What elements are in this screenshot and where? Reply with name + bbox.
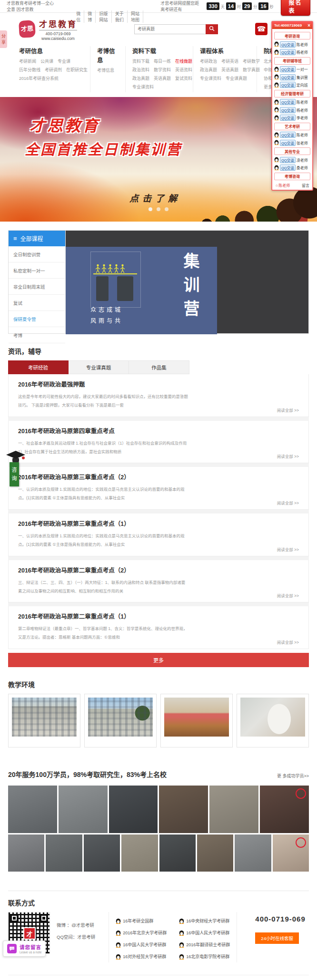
course-menu-item[interactable]: 考博 [9,327,65,343]
qq-chat-button[interactable]: QQ交谈 [280,82,296,88]
student-photo[interactable] [159,786,208,833]
qq-group-link[interactable]: 2016年翻译硕士考研群 [179,941,230,948]
qq-chat-button[interactable]: QQ交谈 [280,107,296,113]
qq-contact-row[interactable]: QQ交谈桑老师 [274,165,310,171]
nav-link[interactable]: 考博信息 [97,67,114,73]
course-menu-item[interactable]: 私密定制一对一 [9,262,65,279]
article-card[interactable]: 2016年考研政治马原第二章重点考点（2） 三、辩证法（二、三、四、五）（一）两… [8,560,309,603]
student-photo[interactable] [121,834,158,872]
env-photo-building1[interactable] [8,694,80,747]
news-tab[interactable]: 专业课真题 [69,360,129,374]
hero-banner[interactable]: 才思教育 全国首推全日制集训营 点击了解 [0,97,317,222]
nav-link[interactable]: 考研数学 [243,58,260,64]
course-menu-item[interactable]: 全日制密训营 [9,246,65,262]
leave-message-button[interactable]: 请您留言 Leave us a note [3,941,46,957]
qq-chat-button[interactable]: QQ交谈 [280,49,296,55]
student-photo[interactable] [59,786,108,833]
qq-contact-row[interactable]: QQ交谈凌老师 [274,156,310,163]
nav-link[interactable]: 政治资料 [132,67,149,73]
student-photo[interactable] [273,834,309,872]
topbar-link[interactable]: 微博 [84,10,96,23]
nav-link[interactable]: 政治真题 [200,67,217,73]
course-menu-item[interactable]: 非全日制周末班 [9,279,65,295]
qq-kaobo-teacher[interactable]: ☆陈老师 [275,183,290,188]
qq-contact-row[interactable]: QQ交谈李老师 [274,115,310,121]
carousel-dot[interactable] [165,207,168,211]
nav-link[interactable]: 每日一练 [154,58,171,64]
carousel-dot[interactable] [157,207,160,211]
student-photo[interactable] [197,834,233,872]
nav-link[interactable]: 公共课 [40,58,53,64]
qq-group-link[interactable]: 16中国人民大学考研群 [116,941,167,948]
leave-word-link[interactable]: 留言 [302,183,309,188]
qq-chat-button[interactable]: QQ交谈 [280,99,296,105]
qq-contact-row[interactable]: QQ交谈陈老师 [274,132,310,138]
online-service-button[interactable]: 24小时在线客服 [255,932,299,944]
qq-contact-row[interactable]: QQ交谈杨老师 [274,107,310,113]
nav-link[interactable]: 在职研究生 [66,67,88,73]
nav-link[interactable]: 专业课真题 [226,75,247,81]
qq-contact-row[interactable]: QQ交谈张老师 [274,139,310,146]
qzone-account[interactable]: QQ空间：才思考研 [57,931,95,943]
student-photo[interactable] [84,834,120,872]
qq-contact-row[interactable]: QQ交谈集训营 [274,74,310,80]
weibo-account[interactable]: 微博 ：@才思考研 [57,920,95,931]
nav-link[interactable]: 英语资料 [175,67,192,73]
qq-group-link[interactable]: 16中央财经大学考研群 [179,918,230,924]
student-photo[interactable] [159,834,196,872]
search-button[interactable] [206,24,218,34]
nav-link-hot[interactable]: 在线做题 [175,58,192,64]
qq-chat-button[interactable]: QQ交谈 [280,115,296,121]
qq-group-link[interactable]: 16年考研全国群 [116,918,167,924]
course-menu-item[interactable]: 保研夏令营 [9,311,65,327]
logo[interactable]: 才思 才思教育 400-0719-069 www.caisiedu.com [19,18,77,41]
student-photo[interactable] [109,786,158,833]
search-input[interactable] [134,24,206,34]
student-photo[interactable] [235,834,271,872]
nav-link[interactable]: 数学真题 [243,67,260,73]
nav-link[interactable]: 考研新闻 [19,58,36,64]
share-tab[interactable]: 分享 [0,30,7,48]
consult-floater[interactable]: 咨 询 [6,451,29,486]
qq-chat-button[interactable]: QQ交谈 [280,157,296,163]
nav-link[interactable]: 资料下载 [132,58,149,64]
nav-link[interactable]: 英语真题 [221,67,238,73]
env-photo-dorm[interactable] [237,694,309,747]
student-photo[interactable] [46,834,82,872]
nav-link[interactable]: 考研英语 [221,58,238,64]
qq-contact-row[interactable]: QQ交谈杨老师 [274,49,310,56]
qq-contact-row[interactable]: QQ交谈陈老师 [274,99,310,106]
qq-contact-row[interactable]: QQ交谈陈老师 [274,41,310,48]
nav-link[interactable]: 复试资料 [175,75,192,81]
qq-group-link[interactable]: 16中国人民大学考研群 [179,930,230,936]
topbar-link[interactable]: 关于我们 [112,10,128,23]
consult-ribbon[interactable]: 咨 询 [10,462,19,486]
qq-chat-button[interactable]: QQ交谈 [280,66,296,72]
carousel-dot[interactable] [149,207,152,211]
topbar-link[interactable]: 旧版网站 [96,10,111,23]
qq-chat-button[interactable]: QQ交谈 [280,74,296,80]
nav-link[interactable]: 考研政治 [200,58,217,64]
article-card[interactable]: 2016年考研政治马原第三章重点考点（2） 一、认识的本质及规律 1.实践观点的… [8,467,309,510]
env-photo-canteen[interactable] [160,694,233,747]
qq-chat-button[interactable]: QQ交谈 [280,41,296,48]
more-articles-button[interactable]: 更多 [8,653,309,667]
article-card[interactable]: 2016年考研政治马原第四章重点考点 一、社会基本矛盾及其运动规律 1.社会存在… [8,421,309,464]
course-promo[interactable]: 众志成城 风雨与共 集训营 [66,231,308,333]
more-students-link[interactable]: 更 多成功学员>> [277,773,309,779]
qq-group-link[interactable]: 16北京电影学院考研群 [179,953,230,960]
student-photo[interactable] [8,786,57,833]
course-menu-item[interactable]: 复试 [9,295,65,311]
news-tab[interactable]: 作品集 [129,360,189,374]
article-card[interactable]: 2016年考研政治马原第二章重点考点（1） 第二章唯物辩证法（最重点章）一、哲学… [8,606,309,649]
env-photo-building2[interactable] [84,694,157,747]
nav-link[interactable]: 2016年考研查分系统 [19,75,59,81]
article-card[interactable]: 2016年考研政治最强押题 这些是今年考的可能性极大的内容，建议大家最后的时间多… [8,374,309,417]
nav-link[interactable]: 政治真题 [132,75,149,81]
nav-link[interactable]: 考研调剂 [45,67,62,73]
banner-cta[interactable]: 点击了解 [129,191,181,204]
student-photo[interactable] [8,834,44,872]
qq-group-link[interactable]: 16对外经贸大学考研群 [116,953,167,960]
news-tab[interactable]: 考研经验 [8,360,69,374]
qq-chat-button[interactable]: QQ交谈 [280,140,296,146]
